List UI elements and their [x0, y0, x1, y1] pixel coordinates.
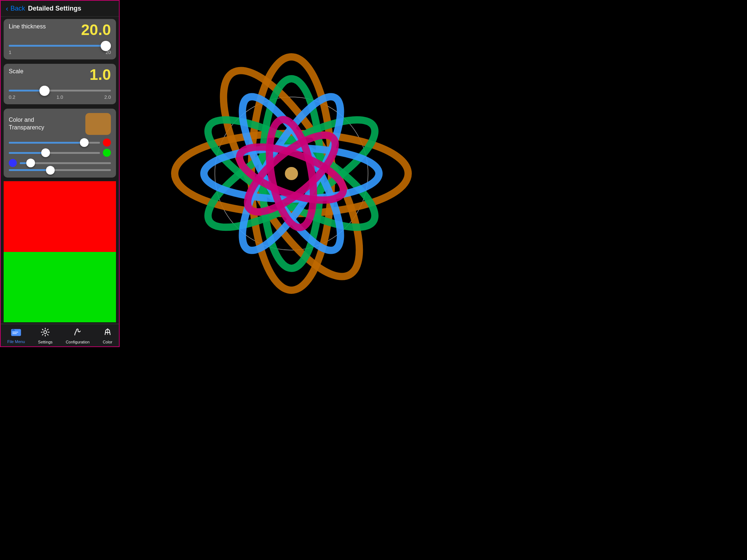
nav-settings-label: Settings	[38, 340, 53, 344]
red-slider[interactable]	[9, 142, 100, 144]
svg-point-19	[285, 167, 298, 180]
scale-max: 2.0	[104, 94, 111, 100]
alpha-slider[interactable]	[9, 169, 111, 171]
blue-slider[interactable]	[20, 162, 111, 164]
scale-mid: 1.0	[57, 94, 63, 100]
line-thickness-section: Line thickness 20.0 1 20	[4, 19, 116, 59]
bottom-nav: File Menu Settings Configuration	[1, 324, 119, 346]
file-menu-icon	[11, 328, 21, 339]
color-header: Color andTransparency	[9, 113, 111, 135]
scale-min: 0.2	[9, 94, 15, 100]
line-thickness-value: 20.0	[81, 21, 111, 39]
scale-value: 1.0	[90, 66, 111, 83]
left-panel: ‹ Back Detailed Settings Line thickness …	[0, 0, 120, 347]
header: ‹ Back Detailed Settings	[1, 1, 119, 17]
spirograph-svg	[160, 42, 423, 305]
back-arrow-icon: ‹	[6, 4, 8, 13]
line-thickness-label: Line thickness	[9, 23, 46, 30]
thickness-max: 20	[106, 50, 111, 55]
nav-color[interactable]: Color	[100, 326, 115, 346]
color-swatch[interactable]	[85, 113, 111, 135]
red-slider-row	[9, 139, 111, 147]
nav-configuration-label: Configuration	[66, 340, 89, 344]
nav-color-label: Color	[103, 340, 112, 344]
thickness-min: 1	[9, 50, 11, 55]
line-thickness-slider[interactable]	[9, 45, 111, 47]
green-color-bar	[4, 252, 116, 323]
scale-slider-container: 0.2 1.0 2.0	[9, 86, 111, 100]
line-thickness-slider-container: 1 20	[9, 42, 111, 55]
color-label: Color andTransparency	[9, 116, 44, 132]
nav-configuration[interactable]: Configuration	[63, 326, 92, 346]
green-dot	[103, 149, 111, 157]
green-slider[interactable]	[9, 152, 100, 154]
svg-rect-2	[12, 333, 17, 334]
color-icon	[103, 327, 112, 339]
back-button[interactable]: Back	[11, 5, 25, 12]
right-canvas	[120, 0, 463, 347]
red-color-bar	[4, 181, 116, 252]
svg-rect-1	[12, 332, 18, 332]
settings-icon	[40, 327, 50, 339]
scale-label: Scale	[9, 68, 23, 75]
nav-file-menu[interactable]: File Menu	[4, 326, 28, 345]
color-section: Color andTransparency	[4, 109, 116, 178]
page-title: Detailed Settings	[28, 5, 81, 12]
red-dot	[103, 139, 111, 147]
nav-file-menu-label: File Menu	[7, 339, 25, 344]
nav-settings[interactable]: Settings	[35, 326, 55, 346]
alpha-slider-row	[9, 169, 111, 171]
scale-section: Scale 1.0 0.2 1.0 2.0	[4, 64, 116, 104]
color-bars	[4, 181, 116, 322]
green-slider-row	[9, 149, 111, 157]
svg-point-3	[44, 331, 47, 334]
configuration-icon	[73, 327, 82, 339]
scale-slider[interactable]	[9, 90, 111, 92]
